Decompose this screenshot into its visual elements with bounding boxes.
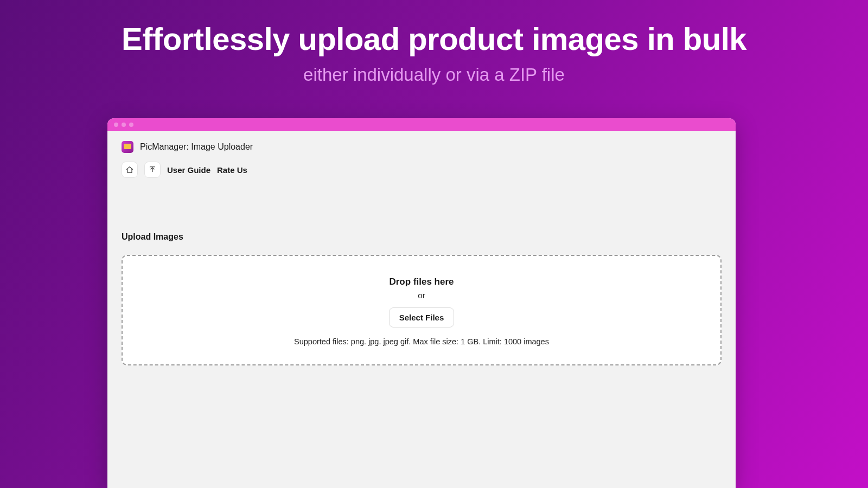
dropzone-help-text: Supported files: png. jpg. jpeg gif. Max…	[133, 337, 710, 346]
toolbar: User Guide Rate Us	[107, 158, 736, 183]
app-title: PicManager: Image Uploader	[140, 142, 253, 152]
upload-arrow-icon	[148, 165, 157, 174]
app-logo-icon	[122, 141, 133, 153]
hero: Effortlessly upload product images in bu…	[0, 0, 868, 85]
app-header: PicManager: Image Uploader	[107, 131, 736, 158]
window-close-dot[interactable]	[114, 123, 118, 127]
window-titlebar	[107, 118, 736, 131]
dropzone-or-text: or	[133, 291, 710, 300]
content-area: Upload Images Drop files here or Select …	[107, 183, 736, 365]
home-button[interactable]	[122, 162, 138, 178]
home-icon	[125, 165, 134, 174]
select-files-button[interactable]: Select Files	[389, 307, 455, 328]
hero-subtitle: either individually or via a ZIP file	[0, 65, 868, 85]
hero-title: Effortlessly upload product images in bu…	[0, 21, 868, 57]
upload-button[interactable]	[144, 162, 161, 178]
window-maximize-dot[interactable]	[129, 123, 133, 127]
nav-rate-us[interactable]: Rate Us	[217, 165, 247, 175]
upload-dropzone[interactable]: Drop files here or Select Files Supporte…	[122, 255, 722, 365]
app-window: PicManager: Image Uploader User Guide Ra…	[107, 118, 736, 488]
window-minimize-dot[interactable]	[122, 123, 126, 127]
dropzone-title: Drop files here	[133, 277, 710, 287]
nav-user-guide[interactable]: User Guide	[167, 165, 210, 175]
section-title-upload: Upload Images	[122, 232, 722, 242]
